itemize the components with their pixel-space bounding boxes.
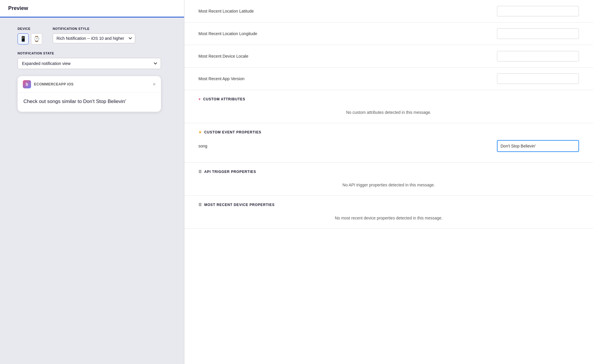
song-input[interactable] <box>497 140 579 152</box>
notification-card-body: Check out songs similar to Don't Stop Be… <box>18 93 161 112</box>
app-icon-letter: b <box>26 82 28 87</box>
field-row-longitude: Most Recent Location Longitude <box>184 23 593 45</box>
controls-row: DEVICE 📱 ⌚ NOTIFICATION STYLE Rich Notif… <box>18 27 167 44</box>
device-control-group: DEVICE 📱 ⌚ <box>18 27 42 44</box>
custom-attributes-header: ♥ CUSTOM ATTRIBUTES <box>184 90 593 104</box>
phone-device-button[interactable]: 📱 <box>18 33 29 44</box>
star-icon: ★ <box>198 130 202 134</box>
most-recent-device-properties-title: MOST RECENT DEVICE PROPERTIES <box>204 203 275 207</box>
song-label: song <box>198 144 491 148</box>
app-version-input[interactable] <box>497 73 579 84</box>
left-panel: Preview DEVICE 📱 ⌚ NOTIFICATION STYLE Ri… <box>0 0 184 364</box>
phone-icon: 📱 <box>20 36 26 42</box>
device-icons: 📱 ⌚ <box>18 33 42 44</box>
app-name: ECOMMERCEAPP IOS <box>34 82 73 86</box>
preview-header: Preview <box>0 0 184 18</box>
field-row-app-version: Most Recent App Version <box>184 68 593 90</box>
list-icon: ☰ <box>198 170 202 174</box>
custom-attributes-section: ♥ CUSTOM ATTRIBUTES No custom attributes… <box>184 90 593 123</box>
notification-style-label: NOTIFICATION STYLE <box>53 27 135 30</box>
custom-event-properties-section: ★ CUSTOM EVENT PROPERTIES song <box>184 123 593 163</box>
preview-title: Preview <box>8 5 28 11</box>
notification-card-header: b ECOMMERCEAPP IOS × <box>18 76 161 93</box>
most-recent-device-properties-header: ☰ MOST RECENT DEVICE PROPERTIES <box>184 196 593 209</box>
tablet-icon: ⌚ <box>33 36 40 42</box>
right-panel: Most Recent Location Latitude Most Recen… <box>184 0 593 364</box>
custom-attributes-title: CUSTOM ATTRIBUTES <box>203 97 245 101</box>
left-content: DEVICE 📱 ⌚ NOTIFICATION STYLE Rich Notif… <box>0 18 184 364</box>
notification-app-info: b ECOMMERCEAPP IOS <box>23 80 73 88</box>
custom-attributes-empty: No custom attributes detected in this me… <box>198 108 579 116</box>
most-recent-device-properties-section: ☰ MOST RECENT DEVICE PROPERTIES No most … <box>184 196 593 229</box>
notification-state-select[interactable]: Expanded notification view <box>18 58 161 69</box>
latitude-label: Most Recent Location Latitude <box>198 9 491 13</box>
app-icon: b <box>23 80 31 88</box>
song-field-row: song <box>184 137 593 155</box>
notification-message: Check out songs similar to Don't Stop Be… <box>23 98 155 105</box>
longitude-input[interactable] <box>497 28 579 39</box>
notification-state-label: NOTIFICATION STATE <box>18 51 167 55</box>
notification-style-group: NOTIFICATION STYLE Rich Notification -- … <box>53 27 135 43</box>
device-properties-list-icon: ☰ <box>198 203 202 207</box>
notification-style-select[interactable]: Rich Notification -- iOS 10 and higher <box>53 33 135 43</box>
tablet-device-button[interactable]: ⌚ <box>31 33 42 44</box>
field-row-locale: Most Recent Device Locale <box>184 45 593 68</box>
app-version-label: Most Recent App Version <box>198 76 491 81</box>
notification-close-button[interactable]: × <box>152 82 156 87</box>
custom-attributes-body: No custom attributes detected in this me… <box>184 104 593 123</box>
locale-input[interactable] <box>497 51 579 61</box>
most-recent-device-properties-body: No most recent device properties detecte… <box>184 209 593 229</box>
heart-icon: ♥ <box>198 97 201 101</box>
notification-card: b ECOMMERCEAPP IOS × Check out songs sim… <box>18 76 161 112</box>
custom-event-properties-title: CUSTOM EVENT PROPERTIES <box>204 130 261 134</box>
api-trigger-properties-body: No API trigger properties detected in th… <box>184 176 593 196</box>
api-trigger-empty: No API trigger properties detected in th… <box>198 180 579 188</box>
longitude-label: Most Recent Location Longitude <box>198 31 491 36</box>
device-label: DEVICE <box>18 27 42 30</box>
api-trigger-properties-section: ☰ API TRIGGER PROPERTIES No API trigger … <box>184 163 593 196</box>
api-trigger-properties-header: ☰ API TRIGGER PROPERTIES <box>184 163 593 176</box>
most-recent-device-empty: No most recent device properties detecte… <box>198 213 579 222</box>
api-trigger-properties-title: API TRIGGER PROPERTIES <box>204 170 256 174</box>
locale-label: Most Recent Device Locale <box>198 54 491 59</box>
custom-event-properties-header: ★ CUSTOM EVENT PROPERTIES <box>184 123 593 137</box>
field-row-latitude: Most Recent Location Latitude <box>184 0 593 23</box>
location-fields: Most Recent Location Latitude Most Recen… <box>184 0 593 90</box>
notification-state-group: NOTIFICATION STATE Expanded notification… <box>18 51 167 69</box>
latitude-input[interactable] <box>497 6 579 16</box>
